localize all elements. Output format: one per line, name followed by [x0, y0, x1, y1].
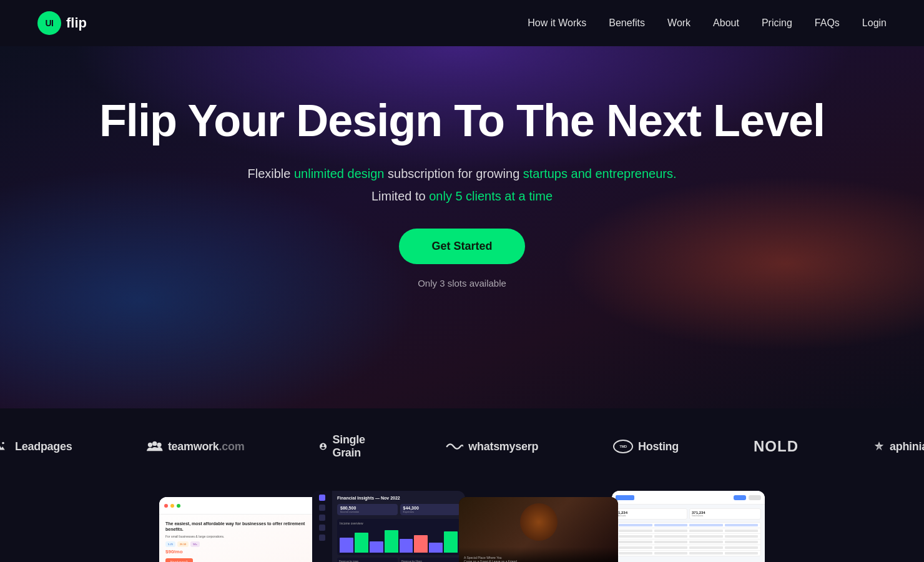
nav-login[interactable]: Login	[862, 17, 887, 28]
nav-how-it-works[interactable]: How it Works	[528, 17, 586, 28]
hero-limited-start: Limited to	[371, 189, 429, 203]
nav-benefits[interactable]: Benefits	[609, 17, 645, 28]
mock-2-nav-2	[319, 505, 325, 511]
mock-3-photo-circle	[520, 503, 558, 541]
mock-4-cell-3-3	[689, 541, 723, 543]
mock-2-chart-title: Income overview	[340, 521, 458, 525]
hero-subtitle-mid: subscription for growing	[384, 167, 523, 180]
nav-links: How it Works Benefits Work About Pricing…	[528, 17, 887, 29]
whatsmyserp-icon	[446, 441, 464, 452]
singlegrain-label: Single Grain	[332, 433, 370, 460]
mock-4-row-2	[616, 534, 760, 540]
bar-6	[414, 535, 428, 553]
nav-pricing[interactable]: Pricing	[762, 17, 792, 28]
mock-4-table-header	[616, 523, 760, 528]
mock-4-cell-3-2	[654, 541, 688, 543]
bar-5	[400, 539, 413, 553]
mock-1-title: The easiest, most affordable way for bus…	[165, 521, 312, 532]
leadpages-icon	[0, 440, 10, 453]
hero-section: Flip Your Design To The Next Level Flexi…	[0, 46, 924, 408]
mock-4-cell-1-3	[689, 530, 723, 532]
mock-dot-green	[177, 504, 180, 508]
mock-1-tag-2: 26-50	[177, 541, 189, 547]
mock-4-header-3	[689, 524, 723, 526]
bar-3	[370, 541, 383, 553]
mock-4-cell-1-1	[619, 530, 652, 532]
logo-link[interactable]: UI flip	[37, 11, 87, 35]
bar-4	[385, 530, 398, 553]
singlegrain-icon	[319, 440, 327, 453]
bar-2	[355, 533, 368, 553]
mock-4-cell-5-3	[689, 552, 723, 555]
mock-4-cell-2-2	[654, 535, 688, 538]
mockup-landing-page: The easiest, most affordable way for bus…	[159, 497, 318, 562]
mock-1-tag-row: 5-25 26-50 50+	[165, 541, 312, 547]
tmdhosting-label: Hosting	[638, 440, 679, 453]
mock-2-chart: Income overview	[337, 519, 460, 555]
mock-1-desc: For small businesses & large corporation…	[165, 535, 312, 539]
nav-work[interactable]: Work	[667, 17, 691, 28]
bar-7	[429, 543, 443, 553]
mock-4-header-2	[654, 524, 688, 526]
mock-4-cell-1-4	[725, 530, 759, 532]
get-started-button[interactable]: Get Started	[399, 229, 524, 264]
mock-4-cell-4-2	[654, 546, 688, 549]
hero-highlight-unlimited: unlimited design	[294, 167, 385, 180]
mock-2-stat-2-lbl: Expenses	[403, 510, 458, 513]
mock-1-cta-btn: Need more?	[165, 558, 193, 562]
svg-point-1	[153, 441, 157, 446]
mock-4-stat-1-lbl: Accounts	[618, 515, 685, 517]
hero-limited: Limited to only 5 clients at a time	[37, 189, 887, 204]
mock-1-tag-3: 50+	[190, 541, 200, 547]
mock-4-nav-btn-2	[749, 495, 761, 500]
mock-3-image-caption: A Special Place Where You Come as a Gues…	[464, 556, 613, 562]
logo-nold: NOLD	[754, 438, 799, 455]
mock-3-subtitle: Come as a Guest & Leave as a Friend	[464, 560, 613, 562]
logo-leadpages: Leadpages	[0, 440, 72, 453]
mock-2-title: Financial Insights — Nov 2022	[337, 496, 460, 500]
mock-2-stat-1-val: $80,500	[340, 506, 395, 510]
hero-subtitle: Flexible unlimited design subscription f…	[37, 163, 887, 184]
mock-4-nav-btn-1	[734, 495, 746, 500]
mock-dot-yellow	[170, 504, 174, 508]
mock-4-cell-2-4	[725, 535, 759, 538]
mock-4-cell-5-1	[619, 552, 652, 555]
mock-4-stat-1: 1,234 Accounts	[616, 508, 687, 520]
mock-4-cell-2-3	[689, 535, 723, 538]
mock-4-logo	[616, 495, 634, 500]
mock-1-body: The easiest, most affordable way for bus…	[159, 515, 318, 562]
hero-title: Flip Your Design To The Next Level	[37, 96, 887, 145]
logo-icon: UI	[37, 11, 61, 35]
tmdhosting-circle-icon: TMD	[613, 440, 633, 453]
mock-2-mini-chart-1: Revenue by team	[337, 558, 398, 562]
mock-1-price: $90/mo	[165, 549, 312, 555]
tmdhosting-initials: TMD	[619, 445, 627, 448]
svg-point-0	[148, 443, 152, 447]
mock-2-mini-chart-2: Revenue by Client	[400, 558, 460, 562]
mock-4-cell-3-4	[725, 541, 759, 543]
leadpages-label: Leadpages	[15, 440, 72, 453]
mock-4-table	[616, 522, 761, 556]
mock-2-sidebar	[312, 491, 332, 562]
logo-singlegrain: Single Grain	[319, 433, 370, 460]
mock-4-cell-4-3	[689, 546, 723, 549]
logos-strip: Leadpages teamwork.com Single Grain what…	[0, 408, 924, 478]
slots-available-text: Only 3 slots available	[37, 278, 887, 288]
mock-4-stat-2: 371,234 Total Invoices	[689, 508, 761, 520]
mock-4-stat-2-lbl: Total Invoices	[692, 515, 759, 517]
nav-about[interactable]: About	[713, 17, 739, 28]
mock-4-row-1	[616, 528, 760, 534]
screenshots-strip: The easiest, most affordable way for bus…	[0, 478, 924, 562]
mock-2-stat-1-lbl: Income overview	[340, 510, 395, 513]
mock-2-bottom-charts: Revenue by team Revenue by Client	[337, 558, 460, 562]
hero-content: Flip Your Design To The Next Level Flexi…	[37, 96, 887, 288]
hero-limited-highlight: only 5 clients at a time	[429, 189, 553, 203]
mockup-table-dashboard: 1,234 Accounts 371,234 Total Invoices	[612, 491, 765, 562]
nav-faqs[interactable]: FAQs	[815, 17, 840, 28]
logo-tmdhosting: TMD Hosting	[613, 440, 679, 453]
mock-4-cell-5-4	[725, 552, 759, 555]
mock-2-nav-3	[319, 515, 325, 521]
logo-name: flip	[66, 15, 87, 31]
teamwork-icon	[147, 440, 162, 453]
mock-4-row-5	[616, 551, 760, 556]
